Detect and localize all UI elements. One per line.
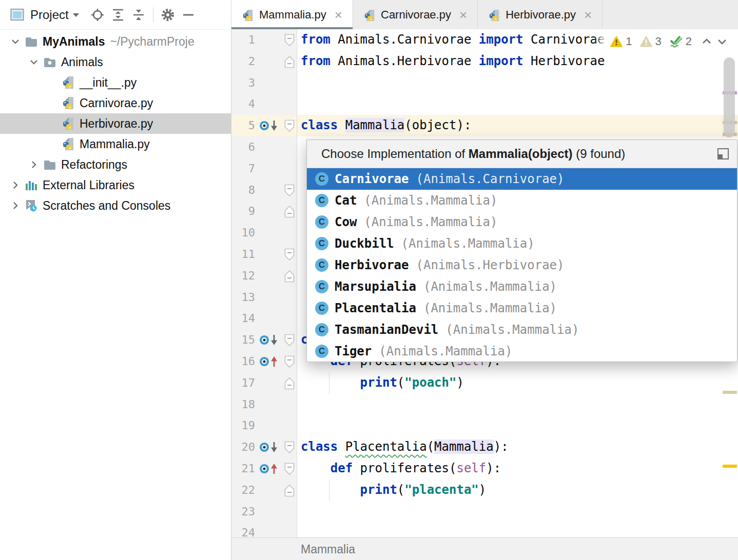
fold-marker-icon[interactable] (283, 441, 296, 454)
implementation-item-placentalia[interactable]: CPlacentalia(Animals.Mammalia) (307, 297, 737, 319)
tree-item-label: Mammalia.py (80, 137, 150, 151)
code-line-22[interactable]: print("placenta") (301, 479, 486, 501)
class-icon: C (315, 237, 328, 250)
expand-all-icon[interactable] (108, 5, 128, 25)
folder-icon (43, 158, 56, 171)
python-file-icon (62, 117, 75, 130)
hide-panel-icon[interactable] (178, 5, 199, 25)
tree-chevron-icon[interactable] (25, 158, 43, 171)
code-line-5[interactable]: class Mammalia(object): (301, 115, 471, 136)
settings-gear-icon[interactable] (158, 5, 178, 25)
tree-chevron-icon[interactable] (25, 55, 43, 69)
fold-marker-icon[interactable] (283, 355, 296, 369)
prev-issue-chevron-icon[interactable] (699, 35, 714, 48)
tree-item-label: Scratches and Consoles (43, 199, 170, 213)
implementation-item-marsupialia[interactable]: CMarsupialia(Animals.Mammalia) (307, 276, 737, 297)
class-icon: C (315, 215, 328, 229)
fold-marker-icon[interactable] (283, 205, 296, 218)
fold-marker-icon[interactable] (283, 33, 296, 47)
class-package: (Animals.Herbivorae) (416, 254, 565, 276)
tab-carnivorae-py[interactable]: Carnivorae.py× (353, 0, 478, 29)
collapse-all-icon[interactable] (128, 5, 149, 25)
tree-chevron-icon[interactable] (6, 178, 25, 192)
class-icon: C (315, 302, 328, 315)
implementation-item-cat[interactable]: CCat(Animals.Mammalia) (307, 190, 737, 211)
warning-icon[interactable]: 1 (610, 35, 632, 48)
class-icon: C (315, 323, 328, 336)
line-number: 8 (231, 179, 255, 201)
tree-item-mammalia-py[interactable]: Mammalia.py (0, 134, 231, 154)
fold-marker-icon[interactable] (283, 462, 296, 476)
project-dropdown-label[interactable]: Project (30, 8, 69, 22)
code-line-20[interactable]: class Placentalia(Mammalia): (301, 436, 509, 458)
tree-item-myanimals[interactable]: MyAnimals~/PycharmProje (0, 31, 231, 52)
typo-icon[interactable]: 2 (669, 35, 692, 48)
overrides-marker-icon[interactable] (258, 354, 281, 369)
overrides-marker-icon[interactable] (258, 461, 281, 476)
close-tab-icon[interactable]: × (584, 8, 592, 22)
code-line-21[interactable]: def proliferates(self): (301, 458, 501, 479)
close-tab-icon[interactable]: × (459, 8, 467, 22)
class-package: (Animals.Mammalia) (379, 341, 512, 362)
tree-item-label: MyAnimals (43, 35, 105, 49)
class-name: Placentalia (335, 297, 416, 319)
tool-window-icon (10, 8, 24, 21)
fold-marker-icon[interactable] (283, 484, 296, 497)
line-number: 23 (231, 501, 255, 523)
open-as-tool-window-icon[interactable] (717, 148, 729, 159)
line-number: 19 (231, 415, 255, 436)
code-line-2[interactable]: from Animals.Herbivorae import Herbivora… (301, 51, 605, 72)
fold-marker-icon[interactable] (283, 248, 296, 262)
fold-marker-icon[interactable] (283, 119, 296, 133)
class-name: Cat (335, 190, 357, 211)
class-icon: C (315, 172, 328, 186)
weak-warning-count: 3 (655, 35, 662, 48)
class-package: (Animals.Carnivorae) (416, 168, 565, 190)
implementation-item-carnivorae[interactable]: CCarnivorae(Animals.Carnivorae) (307, 168, 737, 190)
line-number: 5 (231, 115, 255, 136)
code-line-1[interactable]: from Animals.Carnivorae import Carnivora… (301, 29, 605, 51)
implementations-list: CCarnivorae(Animals.Carnivorae)CCat(Anim… (307, 168, 737, 362)
implementation-item-cow[interactable]: CCow(Animals.Mammalia) (307, 211, 737, 233)
close-tab-icon[interactable]: × (335, 8, 342, 22)
code-line-17[interactable]: print("poach") (301, 372, 464, 394)
chevron-down-icon[interactable] (71, 10, 81, 20)
libraries-icon (25, 178, 38, 192)
tree-item-label: Herbivorae.py (80, 117, 153, 131)
tree-item-external-libraries[interactable]: External Libraries (0, 175, 231, 195)
next-issue-chevron-icon[interactable] (714, 35, 730, 48)
tree-item-herbivorae-py[interactable]: Herbivorae.py (0, 113, 231, 134)
tree-item-scratches-and-consoles[interactable]: Scratches and Consoles (0, 195, 231, 216)
popup-header[interactable]: Choose Implementation of Mammalia(object… (307, 140, 737, 168)
fold-marker-icon[interactable] (283, 184, 296, 197)
implemented-marker-icon[interactable] (258, 439, 281, 455)
fold-marker-icon[interactable] (283, 376, 296, 390)
fold-marker-icon[interactable] (283, 333, 296, 347)
implementation-item-herbivorae[interactable]: CHerbivorae(Animals.Herbivorae) (307, 254, 737, 276)
tab-herbivorae-py[interactable]: Herbivorae.py× (478, 0, 603, 29)
implementation-item-duckbill[interactable]: CDuckbill(Animals.Mammalia) (307, 233, 737, 254)
fold-marker-icon[interactable] (283, 55, 296, 69)
tree-item-animals[interactable]: Animals (0, 52, 231, 72)
implemented-marker-icon[interactable] (258, 118, 281, 133)
stripe-mark[interactable] (723, 465, 737, 468)
tree-item-carnivorae-py[interactable]: Carnivorae.py (0, 93, 231, 113)
implemented-marker-icon[interactable] (258, 332, 281, 348)
fold-marker-icon[interactable] (283, 269, 296, 283)
weak-warning-icon[interactable]: 3 (639, 35, 662, 48)
tree-item--init-py[interactable]: __init__.py (0, 72, 231, 93)
tree-item-refactorings[interactable]: Refactorings (0, 154, 231, 175)
tree-chevron-icon[interactable] (6, 199, 25, 212)
tab-mammalia-py[interactable]: Mammalia.py× (231, 0, 353, 29)
locate-icon[interactable] (87, 5, 108, 25)
class-package: (Animals.Mammalia) (445, 319, 579, 341)
scrollbar-thumb[interactable] (724, 57, 735, 137)
breadcrumb-item[interactable]: Mammalia (301, 543, 355, 556)
tree-chevron-icon[interactable] (6, 35, 25, 48)
implementation-item-tasmaniandevil[interactable]: CTasmanianDevil(Animals.Mammalia) (307, 319, 737, 341)
class-name: Herbivorae (335, 254, 409, 276)
stripe-mark[interactable] (723, 391, 737, 394)
line-number: 24 (231, 522, 255, 537)
class-package: (Animals.Mammalia) (364, 190, 497, 211)
implementation-item-tiger[interactable]: CTiger(Animals.Mammalia) (307, 341, 737, 362)
